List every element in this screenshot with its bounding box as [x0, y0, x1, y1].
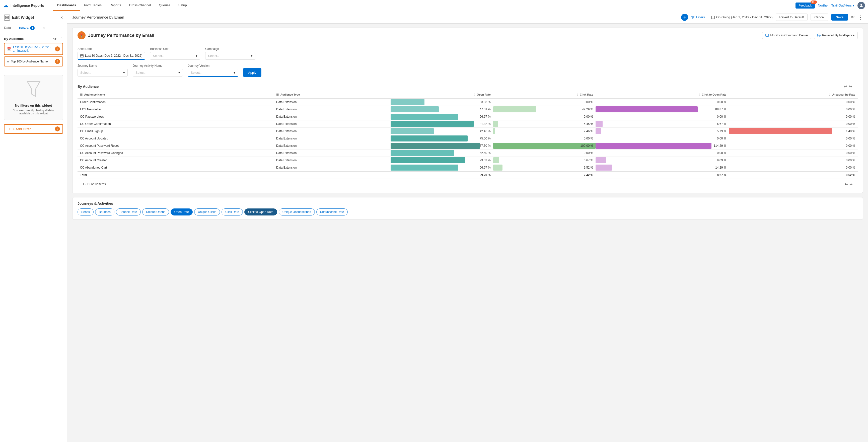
tab-reports[interactable]: Reports: [105, 0, 125, 11]
table-actions: ↩ ↪: [844, 84, 858, 89]
chevron-down-icon: ▾: [251, 54, 253, 58]
table-header: By Audience ↩ ↪: [78, 81, 858, 91]
col-audience-type[interactable]: ⊞ Audience Type: [274, 91, 391, 99]
metric-tab-bounce_rate[interactable]: Bounce Rate: [116, 209, 141, 216]
powered-by-intelligence-button[interactable]: Powered By Intelligence: [814, 32, 858, 39]
cell-audience-name: CC Account Updated: [78, 135, 274, 142]
business-unit-select[interactable]: Select.. ▾: [150, 52, 200, 60]
preview-toggle-button[interactable]: 👁: [851, 15, 855, 20]
svg-rect-6: [711, 16, 714, 19]
more-menu-button[interactable]: ⋮: [858, 14, 863, 20]
cell-audience-type: Data Extension: [274, 150, 391, 157]
filter-section-icons: 👁 ⋮: [54, 36, 63, 41]
cell-cto-rate: 5.79 %: [595, 128, 729, 135]
top-nav-right: Feedback 99+ Northern Trail Outfitters ▾: [796, 2, 865, 9]
plus-icon: ＋: [8, 127, 11, 131]
total-label: Total: [78, 171, 274, 179]
tab-cross-channel[interactable]: Cross-Channel: [125, 0, 155, 11]
tab-filters[interactable]: Filters 1: [15, 23, 39, 33]
metric-tab-unique_clicks[interactable]: Unique Clicks: [194, 209, 220, 216]
metric-tab-sends[interactable]: Sends: [78, 209, 94, 216]
col-click-to-open[interactable]: # Click to Open Rate: [595, 91, 729, 99]
tab-data[interactable]: Data: [0, 23, 15, 33]
metric-tab-bounces[interactable]: Bounces: [95, 209, 114, 216]
cell-unsub-rate: 0.00 %: [729, 150, 858, 157]
tab-n[interactable]: n: [39, 23, 49, 33]
metric-tab-unsub_rate[interactable]: Unsubscribe Rate: [316, 209, 348, 216]
cell-cto-rate: 88.87 %: [595, 106, 729, 113]
send-date-select[interactable]: Last 30 Days (Dec 2, 2022 - Dec 31, 2022…: [78, 52, 145, 60]
col-click-rate[interactable]: # Click Rate: [493, 91, 596, 99]
metric-tabs: SendsBouncesBounce RateUnique OpensOpen …: [78, 209, 858, 216]
cell-open-rate: 62.50 %: [391, 150, 493, 157]
filters-button[interactable]: Filters: [691, 15, 705, 19]
cell-click-rate: 6.67 %: [493, 157, 596, 164]
col-unsubscribe[interactable]: # Unsubscribe Rate: [729, 91, 858, 99]
nav-tabs: Dashboards Pivot Tables Reports Cross-Ch…: [53, 0, 191, 11]
report-card-header: 📍 Journey Performance by Email Monitor i…: [72, 28, 863, 43]
filters-row: Send Date Last 30 Days (Dec 2, 2022 - De…: [72, 43, 863, 64]
cancel-button[interactable]: Cancel: [811, 13, 828, 21]
org-name[interactable]: Northern Trail Outfitters ▾: [818, 3, 855, 7]
date-display: On Going (Jan 1, 2019 - Dec 31, 2022): [708, 15, 773, 19]
report-actions: Monitor in Command Center Powered By Int…: [762, 32, 858, 39]
hash-icon: #: [829, 93, 830, 96]
tab-setup[interactable]: Setup: [174, 0, 191, 11]
apply-button[interactable]: Apply: [243, 68, 261, 77]
svg-rect-3: [5, 18, 7, 19]
revert-to-default-button[interactable]: Revert to Default: [776, 13, 808, 21]
location-icon: 📍: [78, 31, 86, 39]
no-filters-title: No filters on this widget: [15, 104, 52, 107]
funnel-icon: [26, 80, 41, 101]
prev-page-button[interactable]: ⇐: [845, 182, 848, 186]
add-filter-button[interactable]: ＋ + Add Filter 2: [4, 124, 63, 134]
metric-tab-unique_opens[interactable]: Unique Opens: [142, 209, 169, 216]
more-options-button[interactable]: ⋮: [59, 36, 63, 41]
cell-open-rate: 81.82 %: [391, 120, 493, 128]
left-panel: Edit Widget × Data Filters 1 n By Audien…: [0, 11, 67, 442]
app-logo: ☁ Intelligence Reports: [3, 2, 53, 9]
metric-tab-click_rate[interactable]: Click Rate: [221, 209, 243, 216]
tab-pivot-tables[interactable]: Pivot Tables: [80, 0, 105, 11]
cell-audience-type: Data Extension: [274, 128, 391, 135]
tab-queries[interactable]: Queries: [155, 0, 174, 11]
metric-tab-unique_unsubs[interactable]: Unique Unsubscribes: [279, 209, 315, 216]
avatar[interactable]: [858, 2, 865, 9]
eye-toggle-button[interactable]: 👁: [54, 37, 57, 41]
undo-button[interactable]: ↩: [844, 84, 847, 89]
col-open-rate[interactable]: # Open Rate: [391, 91, 493, 99]
filter-table-button[interactable]: [854, 84, 858, 89]
tab-dashboards[interactable]: Dashboards: [53, 0, 80, 11]
cell-audience-type: Data Extension: [274, 157, 391, 164]
app-name: Intelligence Reports: [10, 3, 44, 7]
filter-item-date[interactable]: 📅 Last 30 Days (Dec 2, 2022 - .... Inter…: [4, 43, 63, 55]
metric-tab-click_to_open[interactable]: Click to Open Rate: [244, 209, 277, 216]
add-button[interactable]: +: [681, 14, 688, 21]
cell-unsub-rate: 0.00 %: [729, 157, 858, 164]
report-title: 📍 Journey Performance by Email: [78, 31, 154, 39]
redo-button[interactable]: ↪: [849, 84, 852, 89]
total-open-rate: 29.20 %: [391, 171, 493, 179]
business-unit-group: Business Unit Select.. ▾: [150, 47, 200, 60]
journey-version-select[interactable]: Select.. ▾: [188, 69, 238, 77]
cell-unsub-rate: 1.40 %: [729, 128, 858, 135]
next-page-button[interactable]: ⇒: [849, 182, 853, 186]
chevron-down-icon: ▾: [123, 71, 125, 74]
col-audience-name[interactable]: ⊞ Audience Name ↓: [78, 91, 274, 99]
pagination-info: 1 - 12 of 12 items: [83, 182, 106, 186]
table-section: By Audience ↩ ↪: [72, 81, 863, 193]
send-date-label: Send Date: [78, 47, 145, 51]
campaign-select[interactable]: Select.. ▾: [205, 52, 255, 60]
journey-activity-select[interactable]: Select.. ▾: [133, 69, 183, 76]
table-row: CC Email Signup Data Extension 42.46 % 2…: [78, 128, 858, 135]
table-row: ECS Newsletter Data Extension 47.59 % 42…: [78, 106, 858, 113]
journeys-section: Journeys & Activities SendsBouncesBounce…: [72, 197, 863, 220]
close-button[interactable]: ×: [60, 15, 63, 20]
journey-name-select[interactable]: Select.. ▾: [78, 69, 128, 76]
filter-item-top100[interactable]: ≡ Top 100 by Audience Name 4: [4, 57, 63, 66]
monitor-command-center-button[interactable]: Monitor in Command Center: [762, 32, 811, 39]
feedback-button[interactable]: Feedback 99+: [796, 2, 815, 8]
save-button[interactable]: Save: [831, 14, 848, 21]
metric-tab-open_rate[interactable]: Open Rate: [170, 209, 193, 216]
top-navigation: ☁ Intelligence Reports Dashboards Pivot …: [0, 0, 868, 11]
